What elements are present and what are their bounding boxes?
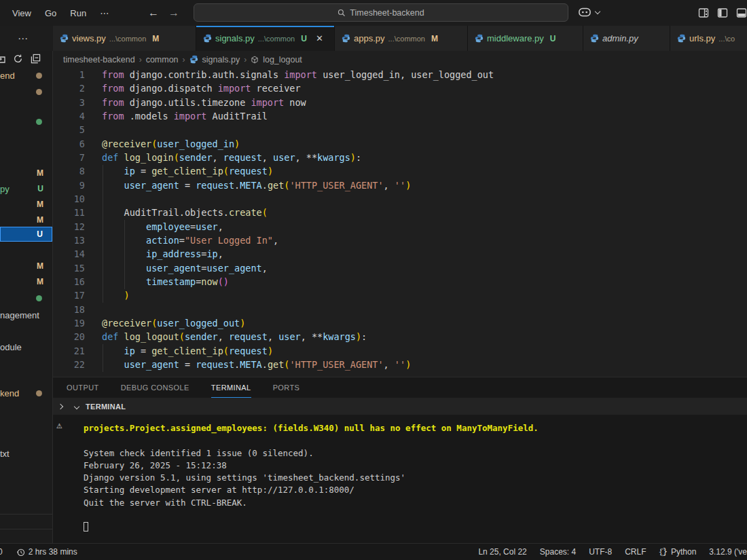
code-line[interactable]: 5: [53, 123, 747, 136]
panel-tab-output[interactable]: OUTPUT: [67, 377, 99, 398]
explorer-item[interactable]: M: [0, 259, 52, 274]
panel-tab-bar: OUTPUTDEBUG CONSOLETERMINALPORTS: [53, 377, 747, 398]
more-actions-icon[interactable]: ⋯: [18, 33, 29, 45]
code-line[interactable]: 19@receiver(user_logged_out): [53, 316, 747, 330]
new-folder-icon[interactable]: [0, 54, 5, 64]
explorer-item[interactable]: U: [0, 227, 52, 242]
refresh-icon[interactable]: [13, 54, 23, 64]
code-line[interactable]: 10: [53, 192, 747, 206]
nav-back-icon[interactable]: ←: [148, 7, 159, 19]
explorer-item[interactable]: kend: [0, 386, 52, 400]
panel-tab-ports[interactable]: PORTS: [273, 377, 300, 398]
nav-forward-icon[interactable]: →: [168, 7, 179, 19]
code-area[interactable]: 1from django.contrib.auth.signals import…: [53, 68, 747, 371]
terminal-line: [84, 521, 747, 534]
code-line[interactable]: 16 timestamp=now(): [53, 275, 747, 288]
line-number: 3: [53, 96, 85, 109]
code-line[interactable]: 14 ip_address=ip,: [53, 247, 747, 261]
code-line[interactable]: 6@receiver(user_logged_in): [53, 137, 747, 151]
menu-item-view[interactable]: View: [5, 5, 38, 21]
explorer-item-label: odule: [0, 342, 22, 352]
explorer-item[interactable]: end: [0, 68, 52, 83]
explorer-item[interactable]: [0, 291, 52, 305]
explorer-item[interactable]: pyU: [0, 181, 52, 196]
breadcrumb-project[interactable]: timesheet-backend: [63, 55, 135, 64]
code-line[interactable]: 4from .models import AuditTrail: [53, 109, 747, 123]
cursor-position[interactable]: Ln 25, Col 22: [478, 547, 526, 557]
code-line[interactable]: 15 user_agent=user_agent,: [53, 261, 747, 275]
line-content: ip_address=ip,: [85, 247, 223, 261]
code-line[interactable]: 17 ): [53, 288, 747, 302]
menu-item-[interactable]: ⋯: [93, 5, 115, 21]
code-line[interactable]: 22 user_agent = request.META.get('HTTP_U…: [53, 358, 747, 371]
explorer-item[interactable]: M: [0, 274, 52, 289]
terminal-line: [84, 509, 747, 521]
line-content: from .models import AuditTrail: [85, 109, 268, 123]
copilot-button[interactable]: [579, 7, 600, 17]
eol-sequence[interactable]: CRLF: [625, 547, 646, 557]
git-status-badge: M: [37, 200, 43, 209]
line-number: 2: [53, 81, 85, 95]
tab-urls-py[interactable]: urls.py...\co: [670, 26, 747, 51]
toggle-sidebar-icon[interactable]: [717, 7, 728, 18]
code-line[interactable]: 21 ip = get_client_ip(request): [53, 344, 747, 358]
explorer-item[interactable]: nagement: [0, 307, 52, 322]
menu-item-go[interactable]: Go: [38, 5, 63, 21]
code-line[interactable]: 9 user_agent = request.META.get('HTTP_US…: [53, 179, 747, 192]
explorer-item[interactable]: [0, 84, 52, 99]
explorer-item[interactable]: txt: [0, 446, 52, 461]
chevron-down-icon[interactable]: [74, 403, 79, 409]
code-line[interactable]: 12 employee=user,: [53, 220, 747, 234]
code-line[interactable]: 13 action="User Logged In",: [53, 234, 747, 247]
panel-tab-terminal[interactable]: TERMINAL: [211, 377, 251, 398]
line-number: 1: [53, 68, 85, 81]
explorer-item[interactable]: M: [0, 197, 52, 212]
breadcrumb-symbol[interactable]: log_logout: [263, 55, 302, 64]
encoding[interactable]: UTF-8: [589, 547, 612, 557]
explorer-item[interactable]: M: [0, 212, 52, 227]
tab-admin-py[interactable]: admin.py: [583, 26, 670, 51]
code-line[interactable]: 18: [53, 303, 747, 316]
code-line[interactable]: 3from django.utils.timezone import now: [53, 96, 747, 109]
code-line[interactable]: 1from django.contrib.auth.signals import…: [53, 68, 747, 81]
chevron-down-icon: [595, 8, 600, 14]
breadcrumb-separator: ›: [183, 55, 185, 64]
explorer-item[interactable]: odule: [0, 339, 52, 354]
python-interpreter[interactable]: 3.12.9 ('ve: [709, 547, 747, 557]
python-icon: [475, 34, 484, 43]
tab-close-icon[interactable]: ✕: [316, 33, 323, 43]
git-status-badge: M: [37, 168, 43, 178]
customize-layout-icon[interactable]: [698, 7, 709, 18]
line-content: ip = get_client_ip(request): [85, 164, 273, 178]
code-line[interactable]: 2from django.dispatch import receiver: [53, 81, 747, 95]
problems-count[interactable]: 0: [0, 547, 3, 557]
line-content: def log_logout(sender, request, user, **…: [85, 330, 367, 343]
code-line[interactable]: 20def log_logout(sender, request, user, …: [53, 330, 747, 343]
session-time[interactable]: 2 hrs 38 mins: [16, 547, 77, 557]
terminal-section-title[interactable]: TERMINAL: [86, 403, 126, 411]
sidebar-section-divider: [0, 529, 52, 529]
code-editor[interactable]: timesheet-backend › common › signals.py …: [53, 51, 747, 377]
tab-views-py[interactable]: views.py...\commonM: [53, 26, 196, 51]
chevron-right-icon[interactable]: [58, 403, 63, 409]
tab-middleware-py[interactable]: middleware.pyU: [468, 26, 583, 51]
tab-apps-py[interactable]: apps.py...\commonM: [335, 26, 468, 51]
breadcrumb-file[interactable]: signals.py: [202, 55, 240, 64]
indentation[interactable]: Spaces: 4: [540, 547, 576, 557]
code-line[interactable]: 11 AuditTrail.objects.create(: [53, 206, 747, 219]
toggle-panel-icon[interactable]: [736, 7, 747, 18]
terminal[interactable]: ⚠ projects.Project.assigned_employees: (…: [53, 415, 747, 543]
explorer-item[interactable]: M: [0, 166, 52, 181]
line-content: from django.utils.timezone import now: [85, 96, 306, 109]
line-content: action="User Logged In",: [85, 234, 278, 247]
code-line[interactable]: 7def log_login(sender, request, user, **…: [53, 151, 747, 164]
command-center-search[interactable]: Timesheet-backend: [194, 3, 568, 22]
code-line[interactable]: 8 ip = get_client_ip(request): [53, 164, 747, 178]
tab-signals-py[interactable]: signals.py...\commonU✕: [196, 26, 335, 51]
language-mode[interactable]: {҉} Python: [659, 547, 697, 557]
menu-item-run[interactable]: Run: [63, 5, 93, 21]
explorer-item[interactable]: [0, 114, 52, 129]
collapse-folders-icon[interactable]: [31, 54, 41, 64]
breadcrumb-folder[interactable]: common: [146, 55, 179, 64]
panel-tab-debug-console[interactable]: DEBUG CONSOLE: [121, 377, 189, 398]
